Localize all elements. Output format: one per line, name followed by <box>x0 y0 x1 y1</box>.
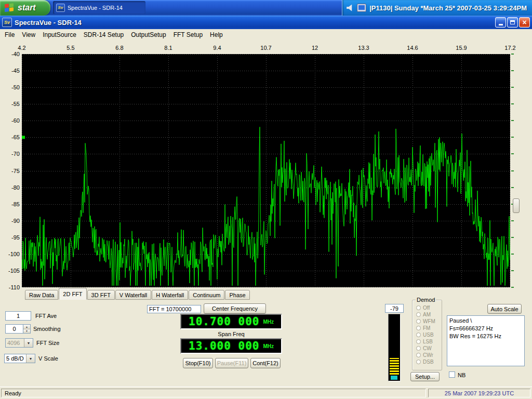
menu-item-outputsetup[interactable]: OutputSetup <box>127 30 169 40</box>
right-tick <box>511 137 514 138</box>
demod-option-wfm: WFM <box>413 318 442 325</box>
splitter-grip[interactable] <box>513 198 520 213</box>
smoothing-stepper[interactable]: 0 ▲ ▼ <box>5 324 31 334</box>
minimize-button[interactable] <box>495 17 506 28</box>
status-box: Paused \Fs=66666327 HzBW Res = 16275 Hz <box>447 315 525 366</box>
title-bar: Sv SpectraVue - SDR-14 × <box>0 16 532 29</box>
nb-checkbox[interactable] <box>449 371 455 378</box>
status-line: Fs=66666327 Hz <box>449 325 522 332</box>
center-frequency-display: 10.700 000 MHz <box>180 314 282 329</box>
cont-button[interactable]: Cont(F12) <box>250 358 281 368</box>
radio-option-label: CW <box>423 345 432 351</box>
taskbar-item-label: SpectraVue - SDR-14 <box>68 5 123 11</box>
db-tick-label: -100 <box>8 251 20 257</box>
radio-option-label: LSB <box>423 339 433 344</box>
demod-group-title: Demod <box>416 297 436 303</box>
center-frequency-button[interactable]: Center Frequency <box>204 303 266 314</box>
demod-option-cw: CW <box>413 345 442 352</box>
start-label: start <box>18 3 36 12</box>
window-title: SpectraVue - SDR-14 <box>15 19 82 26</box>
chevron-down-icon[interactable]: ▼ <box>26 354 35 363</box>
freq-tick-label: 8.1 <box>164 45 172 51</box>
v-scale-dropdown[interactable]: 5 dB/D ▼ <box>4 354 35 363</box>
right-tick <box>511 87 514 88</box>
db-tick-label: -40 <box>11 51 20 57</box>
menu-item-file[interactable]: File <box>1 30 18 40</box>
right-tick <box>511 120 514 121</box>
tab-raw-data[interactable]: Raw Data <box>25 290 58 300</box>
span-frequency-display: 13.000 000 MHz <box>180 338 282 354</box>
screen: start Sv SpectraVue - SDR-14 |P1130| Sun… <box>0 0 532 399</box>
auto-scale-button[interactable]: Auto Scale <box>487 304 522 314</box>
tab-v-waterfall[interactable]: V Waterfall <box>115 290 151 300</box>
menu-item-sdr-14-setup[interactable]: SDR-14 Setup <box>80 30 127 40</box>
system-tray: |P1130| Sunday *March 25* 2007-03-25 3:2… <box>342 0 532 16</box>
radio-option-label: FM <box>423 325 430 331</box>
menu-item-help[interactable]: Help <box>206 30 227 40</box>
maximize-button[interactable] <box>507 17 518 28</box>
radio-icon <box>416 332 421 337</box>
minimize-icon <box>499 24 503 25</box>
pause-button: Pause(F11) <box>215 358 248 368</box>
demod-option-am: AM <box>413 311 442 318</box>
menu-item-view[interactable]: View <box>18 30 39 40</box>
tab-strip: Raw Data2D FFT3D FFTV WaterfallH Waterfa… <box>25 289 250 300</box>
right-tick <box>511 187 514 188</box>
meter-segments <box>390 358 399 375</box>
taskbar-item-spectravue[interactable]: Sv SpectraVue - SDR-14 <box>53 1 145 14</box>
tab-h-waterfall[interactable]: H Waterfall <box>152 290 188 300</box>
level-readout: -79 <box>385 304 404 313</box>
freq-tick-label: 14.6 <box>407 45 418 51</box>
freq-tick-label: 17.2 <box>504 45 515 51</box>
radio-icon <box>416 305 421 310</box>
radio-option-label: DSB <box>423 359 434 365</box>
demod-option-fm: FM <box>413 325 442 331</box>
db-tick-label: -65 <box>11 134 20 140</box>
window-buttons: × <box>495 17 530 28</box>
span-frequency-value: 13.000 000 <box>189 340 259 352</box>
close-button[interactable]: × <box>519 17 530 28</box>
meter-peak-indicator <box>391 376 397 380</box>
freq-tick-label: 10.7 <box>260 45 271 51</box>
spin-down-button[interactable]: ▼ <box>23 329 30 334</box>
right-ticks <box>511 54 514 287</box>
taskbar-clock[interactable]: |P1130| Sunday *March 25* 2007-03-25 3:2… <box>369 4 527 12</box>
tab-2d-fft[interactable]: 2D FFT <box>59 288 86 300</box>
freq-tick-label: 15.9 <box>456 45 467 51</box>
fft-size-label: FFT Size <box>36 340 59 346</box>
smoothing-spin-buttons: ▲ ▼ <box>23 324 31 334</box>
fft-size-dropdown: 4096 ▼ <box>5 338 33 348</box>
radio-icon <box>416 319 421 324</box>
demod-option-cwr: CWr <box>413 352 442 358</box>
spin-up-button[interactable]: ▲ <box>23 325 30 329</box>
menu-item-fft-setup[interactable]: FFT Setup <box>170 30 206 40</box>
menu-item-inputsource[interactable]: InputSource <box>39 30 80 40</box>
radio-icon <box>416 312 421 317</box>
frequency-axis: 4.25.56.88.19.410.71213.314.615.917.2 <box>0 45 532 53</box>
taskbar: start Sv SpectraVue - SDR-14 |P1130| Sun… <box>0 0 532 16</box>
tab-3d-fft[interactable]: 3D FFT <box>87 290 115 300</box>
right-tick <box>511 254 514 255</box>
db-tick-label: -70 <box>11 151 20 157</box>
status-utc-clock: 25 Mar 2007 19:29:23 UTC <box>428 389 530 397</box>
smoothing-value[interactable]: 0 <box>5 324 23 334</box>
fft-ave-input[interactable]: 1 <box>5 311 31 321</box>
display-icon[interactable] <box>357 4 366 12</box>
freq-tick-label: 4.2 <box>18 45 25 51</box>
volume-icon[interactable] <box>347 4 354 11</box>
demod-options: OffAMWFMFMUSBLSBCWCWrDSB <box>413 300 442 365</box>
status-bar: Ready 25 Mar 2007 19:29:23 UTC <box>0 387 532 399</box>
tab-continuum[interactable]: Continuum <box>189 290 224 300</box>
right-tick <box>511 287 514 288</box>
right-tick <box>511 54 514 55</box>
start-button[interactable]: start <box>0 0 50 16</box>
fft-frequency-field[interactable]: FFT = 10700000 <box>147 305 201 313</box>
radio-option-label: AM <box>423 312 431 317</box>
setup-button[interactable]: Setup... <box>410 372 440 381</box>
tab-phase[interactable]: Phase <box>225 290 249 300</box>
stop-button[interactable]: Stop(F10) <box>183 358 213 368</box>
db-tick-label: -95 <box>11 234 20 241</box>
radio-option-label: Off <box>423 305 430 311</box>
demod-option-dsb: DSB <box>413 358 442 365</box>
menu-bar: FileViewInputSourceSDR-14 SetupOutputSet… <box>0 29 532 41</box>
